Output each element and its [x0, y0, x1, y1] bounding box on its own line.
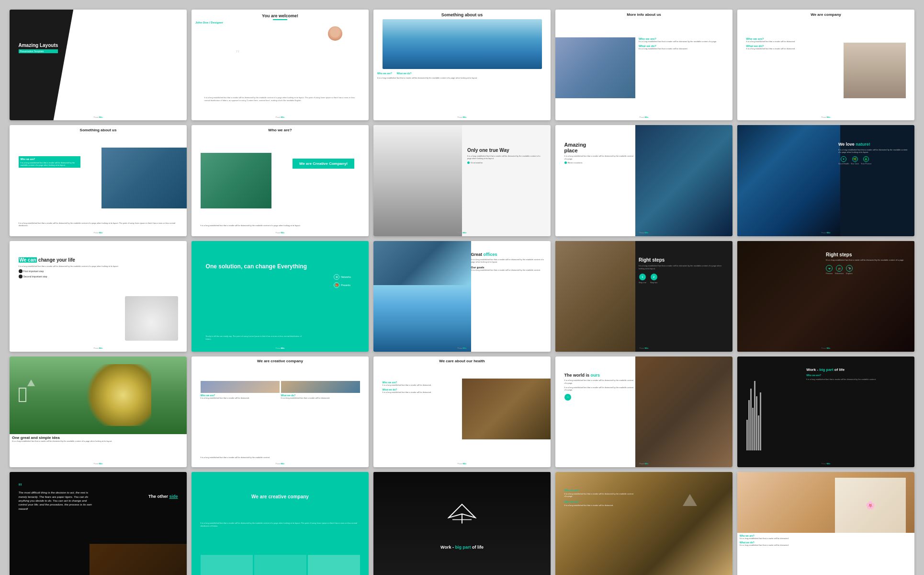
- slide-24: Who we are? It is a long established fac…: [555, 472, 732, 575]
- s14-title: Right steps: [639, 257, 724, 263]
- s17-body2: It is a long established fact that a rea…: [281, 397, 360, 400]
- s11-body: It is a long established fact that a rea…: [19, 265, 178, 268]
- slide-12: One solution, can change Everything ⊕ Ne…: [192, 241, 369, 352]
- s22-thumb1: [201, 555, 253, 575]
- s2-name: John Doe / Designer: [195, 21, 365, 24]
- slide-1: Amazing Layouts Presentation Template Po…: [10, 10, 187, 120]
- slide-20: Work - big part of life Who we are? It i…: [737, 356, 914, 467]
- slide-18: We care about our health Who we are? It …: [373, 356, 551, 467]
- s15-footer: PowerMile: [821, 347, 830, 349]
- s16-image: [10, 356, 187, 434]
- s12-icon2-circle: 🎁: [334, 282, 339, 288]
- s14-body: It is a long established fact that a rea…: [639, 264, 724, 270]
- s11-step1-dot: [19, 269, 23, 273]
- s13-footer: PowerMile: [457, 347, 466, 349]
- s5-footer: PowerMile: [821, 116, 830, 118]
- s4-title: More info about us: [555, 10, 732, 17]
- s12-icon2-label: Presents: [341, 284, 350, 287]
- s8-footer: PowerMile: [457, 231, 466, 234]
- s24-image: [555, 472, 732, 575]
- slide-5: We are company Who we are? It is a long …: [737, 10, 914, 120]
- s25-body2: It is a long established fact that a rea…: [740, 544, 912, 547]
- s21-quote-open: ": [19, 483, 93, 491]
- s21-image: [90, 544, 187, 575]
- s12-footer: PowerMile: [275, 347, 284, 349]
- s18-body2: It is a long established fact that a rea…: [383, 391, 461, 394]
- s17-img2: [281, 381, 360, 393]
- s17-footer: PowerMile: [275, 462, 284, 465]
- s21-title: The other side: [148, 494, 178, 499]
- s5-body1: It is a long established fact that a rea…: [746, 40, 849, 43]
- s15-content: Right steps It is a long established fac…: [826, 252, 906, 275]
- s11-cup: [125, 296, 178, 341]
- slide-15: Right steps It is a long established fac…: [737, 241, 914, 352]
- s9-badge-dot: [564, 161, 567, 164]
- s10-icon1-circle: ♥: [841, 156, 846, 162]
- s2-underline: [273, 19, 287, 20]
- s3-label1: Who we are?: [377, 72, 392, 75]
- s7-green-text: We are Creative Company!: [295, 161, 352, 166]
- s16-footer: PowerMile: [93, 462, 102, 465]
- slide-11: We can change your life It is a long est…: [10, 241, 187, 352]
- s19-image: [635, 356, 733, 467]
- s15-icon3-label: Explore: [846, 272, 853, 275]
- s13-content: Great offices It is a long established f…: [471, 252, 545, 271]
- s9-image: [635, 125, 733, 236]
- s2-body: It is a long established fact that a rea…: [201, 94, 360, 104]
- s15-body: It is a long established fact that a rea…: [826, 259, 906, 262]
- s14-step2-circle: 2: [651, 274, 657, 280]
- s4-footer: PowerMile: [639, 116, 648, 118]
- s20-title: Work - big part of life: [806, 368, 909, 372]
- s2-title: You are welcome!: [195, 13, 365, 18]
- s16-body: It is a long established fact that a rea…: [12, 440, 184, 443]
- s8-badge-dot: [467, 161, 470, 164]
- s18-footer: PowerMile: [457, 462, 466, 465]
- s19-title: The world is ours: [564, 373, 635, 378]
- slide-7: Who we are? We are Creative Company! It …: [192, 125, 369, 236]
- s19-content: The world is ours It is a long establish…: [564, 373, 635, 400]
- s24-content: Who we are? It is a long established fac…: [564, 489, 635, 507]
- s20-bars: [746, 373, 800, 450]
- s3-label2: What we do?: [397, 72, 412, 75]
- s22-content: It is a long established fact that a rea…: [201, 522, 360, 527]
- s19-icon: →: [564, 394, 571, 401]
- s11-footer: PowerMile: [93, 347, 102, 349]
- s9-title2: place: [564, 148, 635, 153]
- s12-body: Surely to all this can easily say. The p…: [206, 335, 307, 340]
- s14-image: [555, 241, 635, 352]
- slide-2: You are welcome! John Doe / Designer " I…: [192, 10, 369, 120]
- s8-body: It is a long established fact that a rea…: [467, 155, 541, 160]
- s9-body: It is a long established fact that a rea…: [564, 155, 635, 160]
- s3-image: [383, 19, 542, 69]
- s24-label2: Who we are?: [564, 500, 635, 503]
- s1-content: Amazing Layouts Presentation Template: [19, 43, 58, 53]
- s16-bottom: One great and simple idea It is a long e…: [10, 434, 187, 444]
- s13-body: It is a long established fact that a rea…: [471, 258, 545, 264]
- s11-title-box: We can change your life It is a long est…: [19, 257, 178, 278]
- s6-green-box: Who we are? It is a long established fac…: [19, 156, 81, 168]
- s5-content: Who we are? It is a long established fac…: [746, 37, 849, 50]
- s15-icon2-label: Education: [835, 272, 844, 275]
- s1-subtitle: Presentation Template: [19, 49, 58, 53]
- s3-body: It is a long established fact that a rea…: [373, 76, 551, 80]
- s20-bar4: [752, 408, 754, 450]
- s12-icon1: ⊕ Networks: [334, 274, 351, 280]
- s3-title: Something about us: [373, 10, 551, 17]
- s15-icon2-circle: 🎓: [836, 265, 843, 272]
- s14-step2-label: Step two: [650, 281, 658, 284]
- s20-bar7: [758, 415, 759, 450]
- s17-body1: It is a long established fact that a rea…: [201, 397, 280, 400]
- s15-icon2: 🎓 Education: [835, 265, 844, 275]
- s10-icon1-label: Good Health: [838, 162, 849, 165]
- s16-triangle: [27, 380, 35, 386]
- s6-green-label: Who we are?: [21, 158, 79, 161]
- s8-content: Only one true Way It is a long establish…: [467, 148, 541, 164]
- slide-22: We are creative company It is a long est…: [192, 472, 369, 575]
- s10-footer: PowerMile: [821, 231, 830, 234]
- s19-body2: It is a long established fact that a rea…: [564, 386, 635, 391]
- s20-content: Work - big part of life Who we are? It i…: [806, 368, 909, 381]
- s14-footer: PowerMile: [639, 347, 648, 349]
- s16-title: One great and simple idea: [12, 436, 184, 440]
- slide-17: We are creative company Who we are? It i…: [192, 356, 369, 467]
- s15-icon1-circle: ❤: [826, 265, 833, 272]
